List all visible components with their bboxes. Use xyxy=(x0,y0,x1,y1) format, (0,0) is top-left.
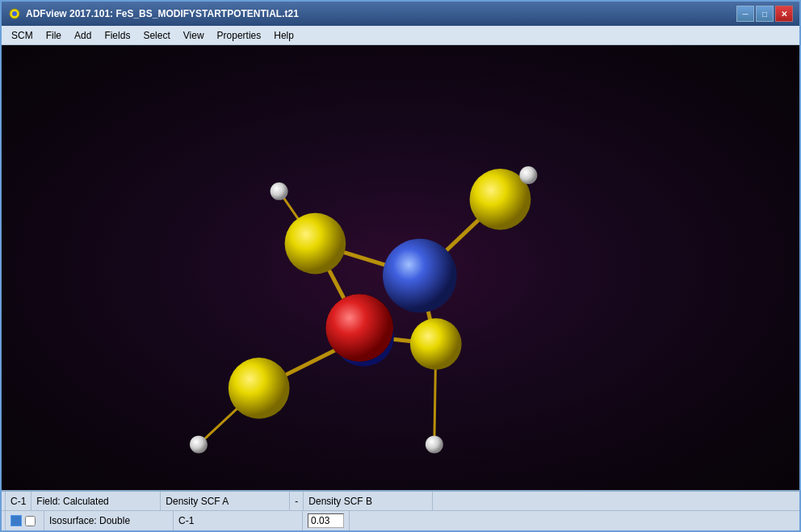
menubar: SCM File Add Fields Select View Properti… xyxy=(2,26,799,45)
atom-s3[interactable] xyxy=(410,318,462,370)
isosurface-checkbox[interactable] xyxy=(25,516,36,526)
main-window: ADFview 2017.101: FeS_BS_MODIFYSTARTPOTE… xyxy=(0,0,801,532)
menu-help[interactable]: Help xyxy=(267,28,300,43)
menu-view[interactable]: View xyxy=(177,28,211,43)
close-button[interactable]: ✕ xyxy=(775,6,793,22)
window-controls: ─ □ ✕ xyxy=(736,6,793,22)
titlebar: ADFview 2017.101: FeS_BS_MODIFYSTARTPOTE… xyxy=(2,2,799,26)
status-density-a: Density SCF A xyxy=(161,492,290,510)
status-density-b: Density SCF B xyxy=(304,492,433,510)
status-calc-id: C-1 xyxy=(5,492,31,510)
atom-h1[interactable] xyxy=(270,182,288,200)
atom-fe1[interactable] xyxy=(383,239,457,313)
app-icon xyxy=(8,7,21,20)
atom-h4[interactable] xyxy=(426,436,443,454)
molecule-viewport xyxy=(2,45,799,490)
statusbar: C-1 Field: Calculated Density SCF A - De… xyxy=(2,490,799,530)
atom-red-sphere[interactable] xyxy=(325,294,393,362)
status-isosurface-id: C-1 xyxy=(174,511,303,530)
molecule-svg xyxy=(2,45,799,490)
isosurface-value-input[interactable] xyxy=(308,513,344,528)
menu-file[interactable]: File xyxy=(40,28,68,43)
atom-s4[interactable] xyxy=(229,358,290,419)
minimize-button[interactable]: ─ xyxy=(736,6,754,22)
maximize-button[interactable]: □ xyxy=(756,6,774,22)
menu-scm[interactable]: SCM xyxy=(5,28,40,43)
menu-fields[interactable]: Fields xyxy=(98,28,136,43)
menu-add[interactable]: Add xyxy=(68,28,98,43)
menu-properties[interactable]: Properties xyxy=(211,28,268,43)
svg-point-1 xyxy=(12,11,17,16)
color-indicator-wrap xyxy=(5,511,44,530)
status-row-2: Isosurface: Double C-1 xyxy=(2,511,799,530)
checkbox-wrap[interactable] xyxy=(25,516,36,526)
color-box-blue xyxy=(10,515,22,526)
menu-select[interactable]: Select xyxy=(136,28,176,43)
status-separator: - xyxy=(290,492,304,510)
status-isosurface-value-wrap[interactable] xyxy=(303,511,350,530)
atom-h3[interactable] xyxy=(190,436,208,454)
window-title: ADFview 2017.101: FeS_BS_MODIFYSTARTPOTE… xyxy=(26,8,736,19)
status-isosurface-label: Isosurface: Double xyxy=(44,511,174,530)
status-field-label: Field: Calculated xyxy=(31,492,161,510)
atom-s1[interactable] xyxy=(285,213,346,274)
atom-h2[interactable] xyxy=(519,166,537,184)
status-row-1: C-1 Field: Calculated Density SCF A - De… xyxy=(2,492,799,511)
